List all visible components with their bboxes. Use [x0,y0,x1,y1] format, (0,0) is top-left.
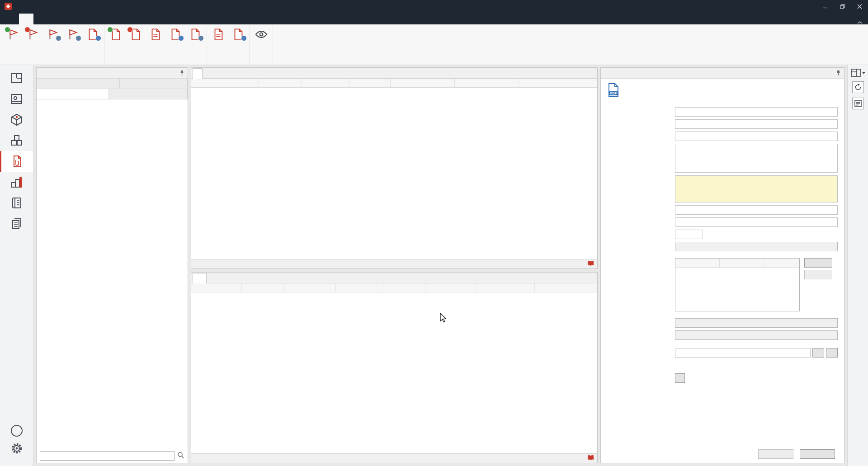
milestones-dropdown[interactable] [675,330,838,340]
open-document-button[interactable] [146,25,165,42]
help-button[interactable] [11,425,23,437]
column-header-revision[interactable] [242,283,283,292]
document-category-row[interactable] [675,268,799,277]
download-document-button[interactable] [165,25,185,42]
checklist-panel-button[interactable] [852,98,864,109]
dc-column-full-name[interactable] [720,259,764,267]
systems-icon [10,175,24,189]
module-logs-button[interactable] [0,193,33,213]
revision-row[interactable] [191,292,597,301]
column-header-description[interactable] [302,79,349,87]
download-revision-button[interactable] [228,25,248,42]
module-systems-button[interactable] [0,172,33,193]
document-open-icon [148,27,163,42]
show-details-button[interactable] [251,25,271,42]
open-report-button[interactable] [587,260,594,268]
module-reports-button[interactable] [0,213,33,234]
settings-button[interactable] [10,442,23,456]
add-document-button[interactable] [106,25,126,42]
column-header-updated-by[interactable] [455,79,519,87]
dc-cell-name[interactable] [675,268,720,277]
note-field[interactable] [675,175,838,202]
undo-button[interactable] [758,449,793,459]
chevron-up-icon [857,21,863,24]
group-label-layout [251,63,271,65]
nav-tab-omniclass[interactable] [109,89,188,99]
nav-tab-document-category[interactable] [37,89,109,99]
version-field[interactable] [675,230,703,239]
module-items-button[interactable] [0,109,33,130]
minimize-button[interactable] [816,0,834,13]
move-category-up-button[interactable] [43,25,63,42]
ribbon [0,24,868,65]
column-header-user[interactable] [476,283,535,292]
replace-document-button[interactable] [185,25,205,42]
module-documents-button[interactable] [0,151,33,172]
edit-categories-button[interactable] [804,258,832,268]
type-field [675,119,838,129]
omniclass-clear-button[interactable] [826,348,838,358]
omniclass-browse-button[interactable] [812,348,824,358]
module-products-button[interactable] [0,130,33,151]
tab-home[interactable] [5,14,19,24]
pin-properties-panel-button[interactable] [836,70,841,76]
remove-category-button[interactable] [804,270,832,279]
pushpin-icon [179,70,184,76]
navigation-pane [36,67,188,463]
column-header-file-type[interactable] [259,79,302,87]
column-header-name[interactable] [191,79,259,87]
omniclass-field[interactable] [675,348,811,358]
nav-tab-equipment-status[interactable] [37,79,120,89]
ribbon-group-documents [104,25,207,65]
document-add-icon [108,27,123,42]
open-book-icon [587,455,594,461]
column-header-size[interactable] [349,79,391,87]
documents-grid-tab[interactable] [193,68,203,79]
restore-button[interactable] [834,0,851,13]
open-report-button[interactable] [587,455,594,462]
download-all-button[interactable] [83,25,103,42]
pin-navigation-pane-button[interactable] [179,70,184,76]
minus-badge-icon [24,27,30,33]
revisions-grid-tab[interactable] [193,273,207,283]
collapse-ribbon-button[interactable] [857,21,863,24]
column-header-file-name[interactable] [283,283,336,292]
nav-tab-milestones[interactable] [120,79,188,89]
module-room-data-button[interactable] [0,89,33,109]
history-panel-button[interactable] [852,81,864,93]
dc-column-name[interactable] [675,259,720,267]
documents-panel [191,67,598,269]
right-rail [847,65,868,466]
column-header-size[interactable] [336,283,383,292]
new-category-button[interactable] [3,25,23,42]
cell-size [336,292,383,301]
tree-item[interactable] [37,106,188,115]
delete-document-button[interactable] [126,25,146,42]
equipment-status-dropdown[interactable] [675,318,838,328]
logs-icon [10,196,24,210]
revisions-statusbar [191,453,597,463]
link-to-button[interactable] [675,373,685,383]
modified-label [607,217,675,219]
description-field[interactable] [675,144,838,173]
column-header-note[interactable] [383,283,425,292]
layout-options-button[interactable] [851,69,865,77]
document-row[interactable] [191,88,597,96]
module-rooms-button[interactable] [0,68,33,89]
column-header-time[interactable] [425,283,476,292]
save-button[interactable] [800,449,835,459]
ribbon-tab-row [0,13,868,24]
group-label-revision [208,63,248,65]
move-category-down-button[interactable] [63,25,83,42]
tab-documents[interactable] [19,14,33,24]
column-header-document-id[interactable] [191,283,242,292]
close-button[interactable] [851,0,868,13]
dc-cell-full-name[interactable] [720,268,764,277]
delete-category-button[interactable] [23,25,43,42]
column-header-created-by[interactable] [391,79,455,87]
name-field[interactable] [675,107,838,117]
category-search-input[interactable] [40,451,175,461]
responsibility-dropdown[interactable] [675,242,838,251]
open-revision-button[interactable] [208,25,228,42]
search-button[interactable] [177,452,184,460]
